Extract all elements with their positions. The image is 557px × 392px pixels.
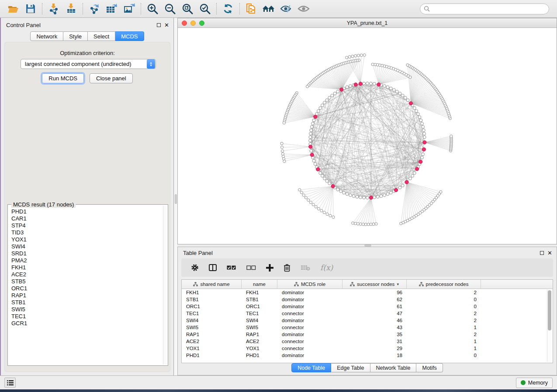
ring-node[interactable] xyxy=(386,193,389,196)
leaf-node[interactable] xyxy=(362,223,364,226)
ring-node[interactable] xyxy=(370,82,373,85)
ring-node[interactable] xyxy=(343,191,346,194)
table-scrollbar[interactable] xyxy=(547,289,552,362)
export-image-button[interactable] xyxy=(121,2,138,16)
dominator-node[interactable] xyxy=(340,88,343,91)
leaf-node[interactable] xyxy=(332,216,335,218)
leaf-node[interactable] xyxy=(370,223,372,226)
result-node[interactable]: YOX1 xyxy=(11,236,163,243)
ring-node[interactable] xyxy=(325,99,329,102)
ring-node[interactable] xyxy=(323,177,326,180)
ring-node[interactable] xyxy=(363,82,366,85)
first-neighbors-button[interactable] xyxy=(260,2,277,16)
leaf-node[interactable] xyxy=(304,196,307,199)
leaf-node[interactable] xyxy=(281,153,284,155)
ring-node[interactable] xyxy=(413,107,416,110)
result-node[interactable]: CAR1 xyxy=(11,215,163,222)
dominator-node[interactable] xyxy=(394,188,398,192)
leaf-node[interactable] xyxy=(323,211,325,214)
ring-node[interactable] xyxy=(317,110,320,113)
leaf-node[interactable] xyxy=(363,54,366,56)
ring-node[interactable] xyxy=(421,156,424,159)
refresh-button[interactable] xyxy=(219,2,237,16)
leaf-node[interactable] xyxy=(283,160,286,162)
leaf-node[interactable] xyxy=(371,63,374,65)
dominator-node[interactable] xyxy=(409,102,412,105)
column-header-name[interactable]: name xyxy=(242,280,277,289)
ring-node[interactable] xyxy=(309,136,312,139)
ring-node[interactable] xyxy=(321,104,324,107)
ring-node[interactable] xyxy=(309,132,312,135)
zoom-fit-button[interactable] xyxy=(179,2,196,16)
ring-node[interactable] xyxy=(346,193,349,196)
ring-node[interactable] xyxy=(359,196,362,199)
ring-node[interactable] xyxy=(328,96,331,100)
leaf-node[interactable] xyxy=(302,194,305,196)
ring-node[interactable] xyxy=(312,119,315,122)
result-scrollbar[interactable] xyxy=(163,206,167,364)
ring-node[interactable] xyxy=(346,86,349,89)
leaf-node[interactable] xyxy=(300,191,303,194)
ring-node[interactable] xyxy=(325,179,329,182)
dominator-node[interactable] xyxy=(309,145,312,148)
result-node[interactable]: SRD1 xyxy=(11,250,163,257)
dominator-node[interactable] xyxy=(354,83,357,86)
ring-node[interactable] xyxy=(401,94,404,97)
table-row[interactable]: SWI4SWI4dominator462 xyxy=(182,317,553,324)
task-history-button[interactable] xyxy=(4,378,16,388)
ring-node[interactable] xyxy=(422,153,425,156)
leaf-node[interactable] xyxy=(364,223,367,226)
tab-mcds[interactable]: MCDS xyxy=(115,31,144,41)
open-file-button[interactable] xyxy=(4,2,22,16)
column-header-successor-nodes[interactable]: successor nodes ▾ xyxy=(343,280,407,289)
leaf-node[interactable] xyxy=(329,214,332,217)
scrollbar-thumb[interactable] xyxy=(548,290,551,330)
search-box[interactable] xyxy=(420,3,549,14)
table-row[interactable]: STB1STB1dominator620 xyxy=(182,296,553,303)
column-header-predecessor-nodes[interactable]: predecessor nodes xyxy=(407,280,481,289)
leaf-node[interactable] xyxy=(307,199,310,201)
ring-node[interactable] xyxy=(309,139,312,142)
result-node[interactable]: TID3 xyxy=(11,229,163,236)
search-input[interactable] xyxy=(430,6,545,12)
leaf-node[interactable] xyxy=(309,201,312,204)
ring-node[interactable] xyxy=(310,149,313,152)
table-row[interactable]: PHD1PHD1dominator180 xyxy=(182,352,553,359)
dominator-node[interactable] xyxy=(314,115,317,118)
leaf-node[interactable] xyxy=(354,222,356,225)
result-node[interactable]: PMA2 xyxy=(11,257,163,264)
ring-node[interactable] xyxy=(398,92,401,95)
import-network-button[interactable] xyxy=(45,2,62,16)
leaf-node[interactable] xyxy=(312,203,315,206)
ring-node[interactable] xyxy=(389,191,392,194)
zoom-out-button[interactable] xyxy=(161,2,179,16)
leaf-node[interactable] xyxy=(352,222,354,224)
table-row[interactable]: TEC1TEC1connector472 xyxy=(182,310,553,317)
ring-node[interactable] xyxy=(423,136,426,139)
leaf-node[interactable] xyxy=(282,155,284,158)
ring-node[interactable] xyxy=(383,85,386,88)
ring-node[interactable] xyxy=(421,122,424,125)
result-node[interactable]: TEC1 xyxy=(11,313,163,320)
result-node[interactable]: RAP1 xyxy=(11,292,163,299)
dominator-node[interactable] xyxy=(331,184,335,188)
tab-style[interactable]: Style xyxy=(63,31,88,41)
ring-node[interactable] xyxy=(413,172,416,175)
ring-node[interactable] xyxy=(411,174,414,177)
show-all-button[interactable] xyxy=(295,2,312,16)
ring-node[interactable] xyxy=(314,162,317,165)
result-node[interactable]: SWI4 xyxy=(11,243,163,250)
ring-node[interactable] xyxy=(366,196,369,199)
export-table-button[interactable] xyxy=(103,2,121,16)
ring-node[interactable] xyxy=(404,96,407,100)
tab-select[interactable]: Select xyxy=(88,31,115,41)
result-node[interactable]: SWI5 xyxy=(11,306,163,313)
hide-selected-button[interactable] xyxy=(277,2,295,16)
ring-node[interactable] xyxy=(336,90,339,93)
splitter-handle[interactable] xyxy=(175,194,177,204)
ring-node[interactable] xyxy=(319,107,322,110)
dominator-node[interactable] xyxy=(377,83,381,86)
leaf-node[interactable] xyxy=(306,85,308,88)
dominator-node[interactable] xyxy=(422,148,426,151)
leaf-node[interactable] xyxy=(367,223,370,226)
